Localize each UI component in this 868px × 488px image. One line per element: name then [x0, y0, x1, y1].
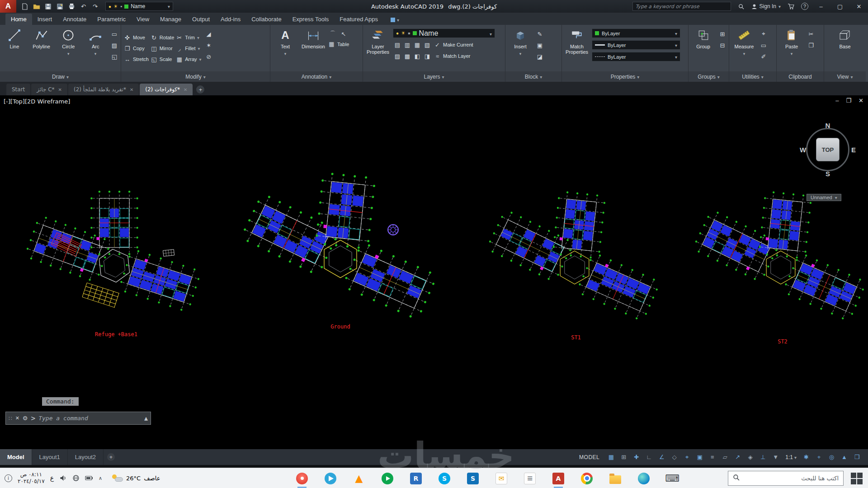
chevron-down-icon[interactable]: [675, 31, 677, 36]
layer-dropdown[interactable]: ● ☀ Name: [393, 28, 495, 38]
layers-r1-tool-2-icon[interactable]: ▥: [403, 40, 412, 49]
insert-button[interactable]: Insert: [507, 27, 533, 56]
viewcube-east[interactable]: E: [851, 146, 856, 154]
annotation-tool-2-icon[interactable]: ↖: [339, 29, 348, 38]
minimize-button[interactable]: –: [815, 3, 827, 10]
close-tab-icon[interactable]: ✕: [184, 87, 187, 92]
selection-cycling-toggle[interactable]: ↗: [732, 451, 743, 463]
layout-tab-layout1[interactable]: Layout1: [32, 449, 68, 465]
circle-button[interactable]: Circle: [56, 27, 81, 56]
grid-display-toggle[interactable]: ▦: [605, 451, 617, 463]
command-line[interactable]: ∷ ✕ ⚙: [5, 412, 151, 425]
new-file-icon[interactable]: [21, 3, 28, 10]
transparency-toggle[interactable]: ▱: [719, 451, 731, 463]
start-button[interactable]: [850, 472, 863, 485]
r-app-taskbar-icon[interactable]: R: [410, 473, 422, 484]
ortho-mode-toggle[interactable]: ∟: [643, 451, 655, 463]
workspace-dropdown[interactable]: ● ☀ Name: [105, 2, 173, 11]
dynamic-input-toggle[interactable]: ✚: [631, 451, 642, 463]
sun-icon[interactable]: ☀: [401, 30, 406, 36]
measure-button[interactable]: Measure: [731, 27, 757, 56]
chevron-down-icon[interactable]: [490, 29, 492, 38]
viewcube[interactable]: N S W E TOP: [801, 122, 855, 177]
touch-keyboard-taskbar-icon[interactable]: [666, 473, 678, 484]
line-button[interactable]: Line: [2, 27, 27, 49]
chevron-down-icon[interactable]: [778, 3, 781, 9]
groups-tool-1-icon[interactable]: ⊞: [718, 29, 727, 38]
modify-move-button[interactable]: ✜Move: [124, 34, 149, 41]
layout-tab-layout2[interactable]: Layout2: [68, 449, 104, 465]
file-explorer-taskbar-icon[interactable]: [609, 475, 621, 484]
chevron-down-icon[interactable]: [198, 46, 200, 51]
redo-icon[interactable]: ↷: [91, 3, 99, 10]
viewport-restore-icon[interactable]: ❐: [846, 97, 851, 104]
make-current-button[interactable]: ✓ Make Current: [434, 42, 473, 48]
command-customize-icon[interactable]: ⚙: [23, 415, 28, 422]
chrome-taskbar-icon[interactable]: [581, 473, 593, 484]
clipboard-tool-2-icon[interactable]: ❐: [807, 41, 816, 50]
model-space-toggle[interactable]: MODEL: [575, 454, 604, 460]
save-icon[interactable]: [44, 3, 52, 10]
layer-properties-button[interactable]: Layer Properties: [365, 27, 391, 55]
draw-tool-2-icon[interactable]: ▨: [110, 41, 119, 50]
edge-taskbar-icon[interactable]: [638, 473, 650, 484]
chevron-down-icon[interactable]: [397, 16, 399, 23]
arc-button[interactable]: Arc: [83, 27, 108, 56]
workspace-switching-button[interactable]: ✱: [801, 451, 812, 463]
chevron-down-icon[interactable]: [794, 454, 797, 460]
draw-panel-label[interactable]: Draw: [0, 71, 121, 82]
object-color-dropdown[interactable]: ByLayer: [592, 28, 680, 38]
chevron-down-icon[interactable]: [67, 51, 70, 56]
table-button[interactable]: ▦ Table: [328, 41, 349, 47]
modify-stretch-button[interactable]: ↔Stretch: [124, 56, 149, 63]
autocad-taskbar-icon[interactable]: A: [552, 473, 564, 484]
layers-r1-tool-4-icon[interactable]: ▧: [423, 40, 432, 49]
modify-tool-1-icon[interactable]: ◢: [204, 29, 213, 38]
layers-r2-tool-1-icon[interactable]: ▨: [393, 52, 402, 61]
bulb-icon[interactable]: ●: [396, 31, 399, 36]
ribbon-tab-view[interactable]: View: [131, 14, 155, 25]
isolate-objects-button[interactable]: ◎: [826, 451, 837, 463]
3d-object-snap-toggle[interactable]: ◈: [745, 451, 756, 463]
plan-2[interactable]: [240, 172, 439, 321]
battery-icon[interactable]: [85, 475, 93, 481]
hidden-icons-chevron[interactable]: ∧: [99, 475, 102, 481]
weather-widget[interactable]: 26°C عاصف: [107, 474, 165, 482]
annotation-monitor-button[interactable]: +: [813, 451, 825, 463]
polar-tracking-toggle[interactable]: ∠: [656, 451, 667, 463]
annotation-scale-button[interactable]: 1:1: [783, 454, 799, 460]
new-layout-button[interactable]: +: [107, 453, 115, 461]
groups-panel-label[interactable]: Groups: [689, 71, 729, 82]
telegram-taskbar-icon[interactable]: [325, 473, 336, 484]
taskbar-search-input[interactable]: [743, 475, 839, 482]
store-cart-icon[interactable]: [787, 3, 795, 10]
command-grip-icon[interactable]: ∷: [9, 415, 12, 422]
file-tab-4[interactable]: كوفراجات (2)*✕: [140, 84, 193, 95]
clean-screen-button[interactable]: ❒: [851, 451, 863, 463]
sign-in-button[interactable]: Sign In: [751, 3, 781, 9]
chevron-down-icon[interactable]: [791, 51, 793, 56]
clipboard-tool-1-icon[interactable]: ✂: [807, 29, 816, 38]
match-layer-button[interactable]: ≈ Match Layer: [434, 53, 471, 60]
annotation-panel-label[interactable]: Annotation: [270, 71, 363, 82]
viewport-close-icon[interactable]: ✕: [859, 97, 863, 104]
chevron-down-icon[interactable]: [168, 3, 170, 9]
chevron-down-icon[interactable]: [197, 35, 199, 40]
annotation-tool-1-icon[interactable]: ⌒: [328, 29, 337, 38]
ribbon-tab-output[interactable]: Output: [187, 14, 215, 25]
viewcube-south[interactable]: S: [826, 170, 830, 178]
block-tool-1-icon[interactable]: ✎: [535, 29, 544, 38]
properties-panel-label[interactable]: Properties: [562, 71, 688, 82]
clipboard-panel-label[interactable]: Clipboard: [777, 71, 824, 82]
close-tab-icon[interactable]: ✕: [130, 87, 133, 92]
command-recent-icon[interactable]: [144, 414, 148, 422]
chevron-down-icon[interactable]: [519, 51, 522, 56]
modify-trim-button[interactable]: ✂Trim: [176, 34, 201, 41]
match-properties-button[interactable]: Match Properties: [564, 27, 590, 55]
viewcube-top-face[interactable]: TOP: [816, 138, 840, 161]
layers-panel-label[interactable]: Layers: [363, 71, 505, 82]
close-tab-icon[interactable]: ✕: [58, 87, 62, 92]
save-as-icon[interactable]: [56, 3, 64, 10]
help-search-input[interactable]: [632, 2, 731, 11]
utilities-tool-3-icon[interactable]: ✐: [759, 52, 768, 61]
